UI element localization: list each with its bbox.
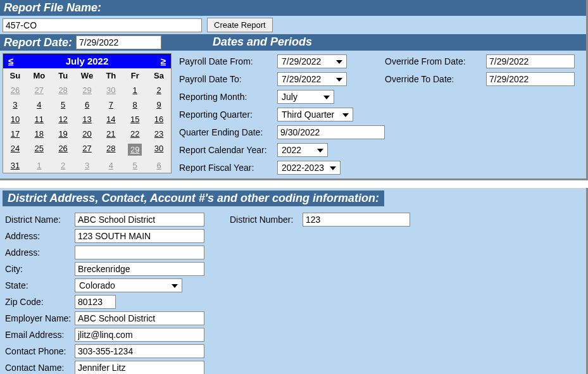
- contact-name-label: Contact Name:: [5, 363, 75, 373]
- quarter-ending-label: Quarter Ending Date:: [179, 127, 277, 137]
- report-file-name-input[interactable]: [3, 18, 202, 32]
- calendar-day[interactable]: 18: [27, 127, 51, 141]
- zip-label: Zip Code:: [5, 297, 75, 307]
- override-from-label: Override From Date:: [385, 56, 486, 66]
- payroll-from-label: Payroll Date From:: [179, 56, 277, 66]
- fiscal-year-label: Report Fiscal Year:: [179, 163, 277, 173]
- address2-label: Address:: [5, 247, 75, 258]
- calendar-day[interactable]: 8: [123, 97, 147, 112]
- calendar-day[interactable]: 26: [3, 83, 27, 97]
- calendar-day[interactable]: 11: [27, 112, 51, 127]
- calendar-prev-button[interactable]: ≤: [8, 56, 13, 66]
- report-date-input[interactable]: [76, 35, 161, 49]
- calendar-day[interactable]: 6: [147, 158, 171, 173]
- calendar-day[interactable]: 4: [99, 158, 123, 173]
- address2-input[interactable]: [75, 246, 204, 259]
- district-number-input[interactable]: [303, 213, 410, 227]
- calendar-day[interactable]: 30: [147, 141, 171, 158]
- calendar-dow: Fr: [123, 68, 147, 83]
- calendar-day[interactable]: 1: [123, 83, 147, 97]
- contact-name-input[interactable]: [75, 361, 204, 374]
- calendar: ≤ July 2022 ≥ SuMoTuWeThFrSa262728293012…: [3, 53, 172, 173]
- calendar-dow: Tu: [51, 68, 75, 83]
- calendar-day[interactable]: 22: [123, 127, 147, 141]
- report-date-label: Report Date:: [4, 36, 72, 49]
- zip-input[interactable]: [75, 295, 116, 309]
- employer-input[interactable]: [75, 311, 204, 325]
- calendar-day[interactable]: 5: [123, 158, 147, 173]
- payroll-to-label: Payroll Date To:: [179, 74, 277, 84]
- district-panel: District Address, Contact, Account #'s a…: [0, 188, 588, 374]
- calendar-day[interactable]: 14: [99, 112, 123, 127]
- override-to-input[interactable]: [486, 72, 575, 86]
- district-header: District Address, Contact, Account #'s a…: [3, 190, 384, 206]
- calendar-day[interactable]: 2: [51, 158, 75, 173]
- calendar-day[interactable]: 16: [147, 112, 171, 127]
- reporting-quarter-select[interactable]: Third Quarter: [277, 108, 353, 122]
- calendar-day[interactable]: 27: [75, 141, 99, 158]
- top-panel: Report File Name: Create Report Report D…: [0, 0, 588, 180]
- payroll-to-select[interactable]: 7/29/2022: [277, 72, 347, 86]
- calendar-day[interactable]: 3: [3, 97, 27, 112]
- phone-input[interactable]: [75, 344, 204, 358]
- employer-label: Employer Name:: [5, 313, 75, 323]
- calendar-day[interactable]: 26: [51, 141, 75, 158]
- calendar-day[interactable]: 17: [3, 127, 27, 141]
- calendar-dow: Su: [3, 68, 27, 83]
- calendar-dow: Th: [99, 68, 123, 83]
- calendar-dow: We: [75, 68, 99, 83]
- email-input[interactable]: [75, 328, 204, 342]
- reporting-month-select[interactable]: July: [277, 90, 334, 104]
- override-to-label: Override To Date:: [385, 74, 486, 84]
- calendar-day[interactable]: 23: [147, 127, 171, 141]
- district-number-label: District Number:: [230, 215, 303, 225]
- calendar-day[interactable]: 24: [3, 141, 27, 158]
- calendar-day[interactable]: 6: [75, 97, 99, 112]
- calendar-day[interactable]: 15: [123, 112, 147, 127]
- calendar-year-label: Report Calendar Year:: [179, 145, 277, 155]
- calendar-day[interactable]: 5: [51, 97, 75, 112]
- calendar-day[interactable]: 3: [75, 158, 99, 173]
- reporting-quarter-label: Reporting Quarter:: [179, 109, 277, 120]
- calendar-day[interactable]: 28: [99, 141, 123, 158]
- state-select[interactable]: Colorado: [75, 278, 182, 292]
- fiscal-year-select[interactable]: 2022-2023: [277, 161, 341, 175]
- calendar-dow: Mo: [27, 68, 51, 83]
- state-label: State:: [5, 280, 75, 290]
- calendar-day[interactable]: 19: [51, 127, 75, 141]
- quarter-ending-input[interactable]: [277, 125, 385, 139]
- calendar-day[interactable]: 20: [75, 127, 99, 141]
- dates-periods-header: Dates and Periods: [208, 34, 586, 51]
- payroll-from-select[interactable]: 7/29/2022: [277, 54, 347, 68]
- calendar-day[interactable]: 4: [27, 97, 51, 112]
- calendar-day[interactable]: 28: [51, 83, 75, 97]
- calendar-title: July 2022: [66, 56, 109, 66]
- calendar-day[interactable]: 31: [3, 158, 27, 173]
- calendar-next-button[interactable]: ≥: [161, 56, 166, 66]
- calendar-day[interactable]: 29: [123, 141, 147, 158]
- calendar-day[interactable]: 21: [99, 127, 123, 141]
- override-from-input[interactable]: [486, 54, 575, 68]
- calendar-day[interactable]: 1: [27, 158, 51, 173]
- calendar-day[interactable]: 29: [75, 83, 99, 97]
- email-label: Email Address:: [5, 330, 75, 340]
- calendar-day[interactable]: 2: [147, 83, 171, 97]
- district-name-input[interactable]: [75, 213, 204, 227]
- calendar-day[interactable]: 27: [27, 83, 51, 97]
- calendar-year-select[interactable]: 2022: [277, 143, 328, 157]
- calendar-dow: Sa: [147, 68, 171, 83]
- create-report-button[interactable]: Create Report: [207, 18, 273, 32]
- calendar-day[interactable]: 9: [147, 97, 171, 112]
- calendar-day[interactable]: 10: [3, 112, 27, 127]
- calendar-day[interactable]: 12: [51, 112, 75, 127]
- district-name-label: District Name:: [5, 215, 75, 225]
- calendar-day[interactable]: 30: [99, 83, 123, 97]
- city-label: City:: [5, 264, 75, 274]
- reporting-month-label: Reporting Month:: [179, 92, 277, 102]
- address1-input[interactable]: [75, 229, 204, 243]
- calendar-day[interactable]: 13: [75, 112, 99, 127]
- calendar-day[interactable]: 25: [27, 141, 51, 158]
- calendar-day[interactable]: 7: [99, 97, 123, 112]
- phone-label: Contact Phone:: [5, 346, 75, 356]
- city-input[interactable]: [75, 262, 204, 276]
